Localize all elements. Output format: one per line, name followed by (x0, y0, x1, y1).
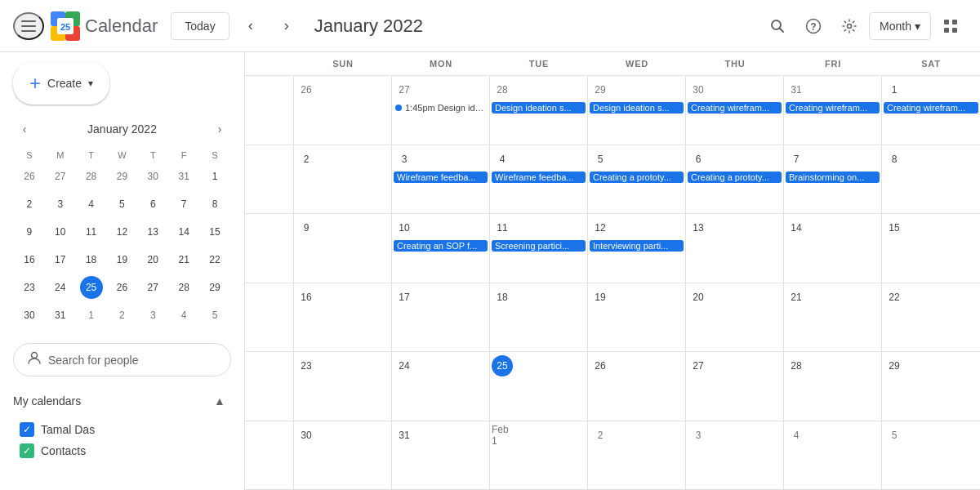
calendar-day[interactable]: 29 (882, 352, 980, 421)
mini-cal-day[interactable]: 2 (15, 191, 44, 217)
calendar-day[interactable]: 10Creating an SOP f... (392, 214, 490, 283)
menu-button[interactable] (13, 12, 44, 40)
mini-cal-day[interactable]: 13 (138, 219, 167, 245)
calendar-day[interactable]: 29Design ideation s... (588, 76, 686, 145)
mini-cal-day[interactable]: 3 (138, 302, 167, 328)
mini-cal-day[interactable]: 19 (108, 247, 137, 273)
day-number[interactable]: 30 (296, 425, 317, 446)
day-number[interactable]: 28 (492, 79, 513, 100)
calendar-day[interactable]: 31Creating wirefram... (784, 76, 882, 145)
today-button[interactable]: Today (171, 12, 229, 40)
event-pill[interactable]: Creating an SOP f... (394, 240, 488, 252)
event-pill[interactable]: Interviewing parti... (590, 240, 684, 252)
mini-cal-day[interactable]: 4 (169, 302, 198, 328)
day-number[interactable]: 2 (590, 425, 611, 446)
calendar-item-contacts[interactable]: ✓ Contacts (13, 440, 231, 461)
calendar-day[interactable]: 22 (882, 283, 980, 352)
calendar-day[interactable]: 28 (784, 352, 882, 421)
calendar-day[interactable]: 271:45pm Design ideation session (392, 76, 490, 145)
calendar-day[interactable]: 2 (588, 421, 686, 490)
calendar-day[interactable]: 11Screening partici... (490, 214, 588, 283)
mini-cal-day[interactable]: 26 (15, 163, 44, 189)
mini-cal-day[interactable]: 30 (15, 302, 44, 328)
calendar-day[interactable]: 4Wireframe feedba... (490, 145, 588, 214)
event-pill[interactable]: Creating a prototy... (688, 172, 782, 183)
day-number[interactable]: 26 (296, 79, 317, 100)
day-number[interactable]: 5 (884, 425, 905, 446)
mini-cal-day[interactable]: 6 (138, 191, 167, 217)
calendar-day[interactable]: 7Brainstorming on... (784, 145, 882, 214)
mini-cal-day[interactable]: 29 (200, 274, 229, 301)
calendar-day[interactable]: 5 (882, 421, 980, 490)
day-number[interactable]: 6 (688, 149, 709, 170)
mini-cal-day[interactable]: 5 (108, 191, 137, 217)
calendar-checkbox[interactable]: ✓ (20, 443, 34, 458)
day-number[interactable]: Feb 1 (492, 425, 513, 446)
day-number[interactable]: 26 (590, 355, 611, 376)
calendar-day[interactable]: 24 (392, 352, 490, 421)
settings-button[interactable] (833, 10, 866, 42)
calendar-day[interactable]: 21 (784, 283, 882, 352)
mini-cal-day[interactable]: 21 (169, 247, 198, 273)
mini-cal-day[interactable]: 1 (200, 163, 229, 189)
mini-cal-day[interactable]: 29 (108, 163, 137, 189)
day-number[interactable]: 24 (394, 355, 415, 376)
day-number[interactable]: 17 (394, 287, 415, 308)
event-pill[interactable]: Brainstorming on... (786, 172, 880, 183)
day-number[interactable]: 11 (492, 217, 513, 238)
next-month-button[interactable]: › (272, 11, 301, 41)
calendar-day[interactable]: 15 (882, 214, 980, 283)
mini-cal-day[interactable]: 2 (108, 302, 137, 328)
calendar-day[interactable]: 17 (392, 283, 490, 352)
event-pill[interactable]: Creating wirefram... (688, 102, 782, 114)
event-pill[interactable]: Creating wirefram... (884, 102, 978, 114)
calendar-day[interactable]: 20 (686, 283, 784, 352)
calendar-day[interactable]: 12Interviewing parti... (588, 214, 686, 283)
view-selector[interactable]: Month ▾ (869, 12, 931, 40)
calendar-day[interactable]: 3Wireframe feedba... (392, 145, 490, 214)
day-number[interactable]: 27 (394, 79, 415, 100)
calendar-day[interactable]: 16 (294, 283, 392, 352)
mini-cal-day[interactable]: 1 (77, 302, 106, 328)
event-pill[interactable]: Wireframe feedba... (394, 172, 488, 183)
day-number[interactable]: 3 (688, 425, 709, 446)
day-number[interactable]: 16 (296, 287, 317, 308)
search-people-input[interactable]: Search for people (13, 343, 231, 376)
day-number[interactable]: 29 (884, 355, 905, 376)
calendar-day[interactable]: 31 (392, 421, 490, 490)
mini-cal-day[interactable]: 8 (200, 191, 229, 217)
calendar-day[interactable]: 6Creating a prototy... (686, 145, 784, 214)
day-number[interactable]: 21 (786, 287, 807, 308)
mini-cal-day[interactable]: 9 (15, 219, 44, 245)
day-number[interactable]: 4 (492, 149, 513, 170)
mini-cal-day[interactable]: 18 (77, 247, 106, 273)
day-number[interactable]: 31 (394, 425, 415, 446)
mini-cal-day[interactable]: 30 (138, 163, 167, 189)
day-number[interactable]: 5 (590, 149, 611, 170)
day-number[interactable]: 4 (786, 425, 807, 446)
day-number[interactable]: 28 (786, 355, 807, 376)
day-number[interactable]: 22 (884, 287, 905, 308)
event-pill[interactable]: Screening partici... (492, 240, 586, 252)
calendar-day[interactable]: 28Design ideation s... (490, 76, 588, 145)
mini-cal-day[interactable]: 5 (200, 302, 229, 328)
mini-prev-button[interactable]: ‹ (13, 118, 36, 140)
event-pill[interactable]: Design ideation s... (492, 102, 586, 114)
day-number[interactable]: 29 (590, 79, 611, 100)
calendar-day[interactable]: 30Creating wirefram... (686, 76, 784, 145)
mini-cal-day[interactable]: 31 (169, 163, 198, 189)
day-number[interactable]: 15 (884, 217, 905, 238)
mini-cal-day[interactable]: 23 (15, 274, 44, 301)
day-number[interactable]: 10 (394, 217, 415, 238)
create-button[interactable]: + Create ▾ (13, 62, 109, 105)
mini-cal-day[interactable]: 17 (46, 247, 75, 273)
event-pill[interactable]: Design ideation s... (590, 102, 684, 114)
day-number[interactable]: 7 (786, 149, 807, 170)
day-number[interactable]: 13 (688, 217, 709, 238)
mini-cal-day[interactable]: 26 (108, 274, 137, 301)
help-button[interactable]: ? (797, 10, 830, 42)
mini-cal-day[interactable]: 4 (77, 191, 106, 217)
day-number[interactable]: 18 (492, 287, 513, 308)
day-number[interactable]: 12 (590, 217, 611, 238)
day-number[interactable]: 31 (786, 79, 807, 100)
